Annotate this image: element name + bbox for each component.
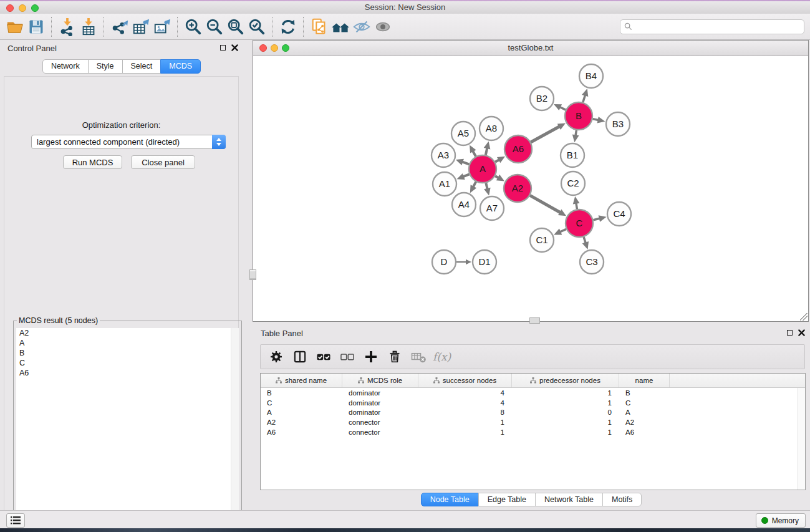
function-builder-icon[interactable]: f(x)	[433, 351, 451, 363]
node-label-A8: A8	[486, 123, 497, 133]
import-table-icon[interactable]	[78, 16, 99, 37]
result-item-a2[interactable]: A2	[16, 328, 239, 338]
column-type-icon	[276, 377, 282, 384]
refresh-icon[interactable]	[277, 16, 299, 37]
close-panel-button[interactable]: Close panel	[131, 155, 195, 169]
column-header-successor-nodes[interactable]: successor nodes	[418, 374, 512, 387]
control-panel-header[interactable]: Control Panel	[0, 42, 243, 56]
tab-network-table[interactable]: Network Table	[535, 493, 603, 506]
table-row[interactable]: Adominator80A	[261, 408, 805, 418]
column-header-name[interactable]: name	[619, 374, 670, 387]
mcds-result-list[interactable]: A2ABCA6	[16, 328, 239, 532]
eye-icon[interactable]	[372, 16, 393, 37]
edge-A6-B[interactable]	[531, 126, 560, 142]
result-list-scrollbar[interactable]	[231, 328, 239, 532]
task-history-button[interactable]	[6, 513, 25, 528]
table-panel-header[interactable]: Table Panel	[253, 327, 810, 341]
float-table-panel-icon[interactable]	[787, 330, 793, 336]
float-panel-icon[interactable]	[220, 45, 226, 51]
cell-MCDS-role: connector	[342, 428, 418, 436]
import-network-icon[interactable]	[57, 16, 78, 37]
save-icon[interactable]	[26, 16, 47, 37]
column-header-predecessor-nodes[interactable]: predecessor nodes	[512, 374, 619, 387]
network-window-titlebar[interactable]: testGlobe.txt	[253, 41, 808, 56]
edge-arrowhead	[466, 259, 471, 264]
add-column-icon[interactable]	[360, 347, 382, 367]
zoom-out-icon[interactable]	[204, 16, 225, 37]
zoom-in-icon[interactable]	[183, 16, 204, 37]
memory-button[interactable]: Memory	[756, 513, 806, 528]
optimization-criterion-select[interactable]: largest connected component (directed)	[31, 135, 226, 149]
hide-columns-icon[interactable]	[337, 347, 358, 367]
node-label-C3: C3	[586, 256, 597, 267]
gear-icon[interactable]	[266, 347, 287, 367]
node-label-B: B	[576, 110, 582, 121]
table-tabs: Node TableEdge TableNetwork TableMotifs	[253, 493, 810, 506]
split-table-icon[interactable]	[289, 347, 311, 367]
delete-column-icon[interactable]	[384, 347, 405, 367]
table-row[interactable]: Cdominator41C	[261, 398, 805, 408]
hide-details-eye-icon[interactable]	[351, 16, 372, 37]
open-folder-icon[interactable]	[4, 16, 26, 37]
export-table-icon[interactable]	[130, 16, 152, 37]
left-edge-grip[interactable]	[249, 269, 256, 280]
tab-motifs[interactable]: Motifs	[602, 493, 642, 506]
tab-edge-table[interactable]: Edge Table	[478, 493, 536, 506]
tab-style[interactable]: Style	[88, 59, 123, 74]
memory-label: Memory	[772, 516, 799, 525]
table-scrollbar[interactable]	[798, 388, 805, 490]
delete-table-icon[interactable]	[408, 347, 429, 367]
cell-shared-name: C	[261, 399, 342, 407]
list-icon	[11, 516, 21, 525]
network-documents-icon[interactable]	[309, 16, 330, 37]
table-row[interactable]: Bdominator41B	[261, 388, 805, 398]
table-row[interactable]: A2connector11A2	[261, 417, 805, 427]
cell-predecessor-nodes: 1	[512, 428, 619, 436]
edge-arrowhead	[484, 142, 491, 150]
cell-shared-name: B	[261, 389, 342, 397]
home-pair-icon[interactable]	[330, 16, 351, 37]
result-item-a[interactable]: A	[16, 338, 239, 348]
result-item-a6[interactable]: A6	[16, 368, 239, 378]
tab-select[interactable]: Select	[122, 59, 162, 74]
node-label-C: C	[576, 218, 583, 228]
zoom-selected-icon[interactable]	[246, 16, 268, 37]
table-panel-title: Table Panel	[261, 329, 303, 338]
export-network-icon[interactable]	[109, 16, 130, 37]
search-field[interactable]	[620, 19, 804, 34]
cell-MCDS-role: dominator	[342, 389, 418, 397]
cell-shared-name: A2	[261, 418, 342, 426]
cell-name: A	[619, 409, 670, 416]
edge-A2-C[interactable]	[530, 195, 561, 213]
node-table: shared nameMCDS rolesuccessor nodesprede…	[260, 373, 806, 490]
show-columns-icon[interactable]	[313, 347, 334, 367]
network-canvas[interactable]: AA1A2A3A4A5A6A7A8BB1B2B3B4CC1C2C3C4DD1	[253, 56, 808, 321]
node-label-B2: B2	[536, 93, 547, 104]
tab-mcds[interactable]: MCDS	[160, 59, 201, 74]
column-header-shared-name[interactable]: shared name	[261, 374, 342, 387]
table-toolbar: f(x)	[260, 344, 805, 369]
network-window-title: testGlobe.txt	[253, 43, 808, 52]
node-label-C1: C1	[536, 235, 547, 245]
cell-successor-nodes: 1	[418, 418, 512, 426]
column-header-MCDS-role[interactable]: MCDS role	[342, 374, 418, 387]
table-row[interactable]: A6connector11A6	[261, 427, 805, 437]
export-image-icon[interactable]	[152, 16, 173, 37]
run-mcds-button[interactable]: Run MCDS	[63, 155, 122, 169]
close-panel-icon[interactable]	[231, 44, 238, 51]
desktop-edge-bottom	[0, 528, 810, 532]
bottom-edge-grip[interactable]	[529, 317, 540, 324]
resize-corner-handle[interactable]	[800, 313, 808, 321]
zoom-fit-icon[interactable]	[225, 16, 246, 37]
app-titlebar[interactable]: Session: New Session	[0, 1, 810, 14]
network-view-window: testGlobe.txt AA1A2A3A4A5A6A7A8BB1B2B3B4…	[253, 40, 809, 322]
toolbar-separator	[272, 17, 273, 37]
optimization-criterion-label: Optimization criterion:	[4, 120, 238, 130]
node-label-A: A	[480, 163, 486, 174]
result-item-b[interactable]: B	[16, 348, 239, 358]
tab-network[interactable]: Network	[42, 59, 89, 74]
result-item-c[interactable]: C	[16, 358, 239, 368]
close-table-panel-icon[interactable]	[798, 329, 805, 336]
tab-node-table[interactable]: Node Table	[421, 493, 479, 506]
search-input[interactable]	[635, 22, 804, 32]
